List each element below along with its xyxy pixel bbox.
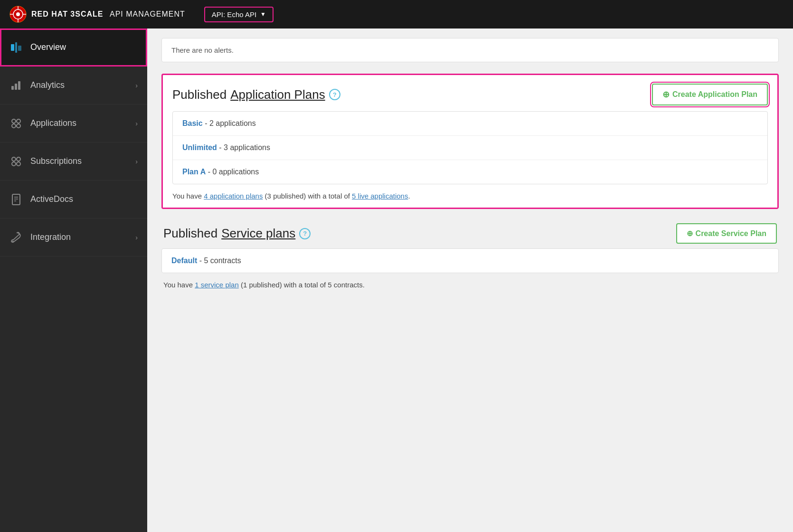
service-plans-title: Published Service plans ?	[163, 226, 311, 241]
bar-chart-icon	[9, 79, 23, 92]
plan-item-unlimited: Unlimited - 3 applications	[173, 136, 767, 160]
integration-chevron-icon: ›	[135, 234, 138, 241]
analytics-chevron-icon: ›	[135, 82, 138, 89]
footer-middle: (3 published) with a total of	[263, 192, 352, 200]
app-plans-header: Published Application Plans ? ⊕ Create A…	[163, 75, 777, 111]
apps-icon	[9, 117, 23, 130]
subscriptions-chevron-icon: ›	[135, 158, 138, 165]
svg-point-13	[12, 119, 16, 123]
create-app-plan-label: Create Application Plan	[672, 90, 757, 99]
svg-point-24	[17, 162, 20, 166]
app-plans-count-link[interactable]: 4 application plans	[204, 192, 263, 200]
service-plans-box: Default - 5 contracts	[161, 248, 779, 273]
doc-icon	[9, 193, 23, 206]
footer-suffix: .	[408, 192, 410, 200]
plan-default-link[interactable]: Default	[171, 256, 197, 265]
plan-unlimited-link[interactable]: Unlimited	[182, 143, 217, 152]
app-plans-footer: You have 4 application plans (3 publishe…	[163, 184, 777, 208]
service-footer-prefix: You have	[163, 281, 195, 289]
svg-point-2	[16, 12, 20, 16]
sidebar-item-integration[interactable]: Integration ›	[0, 218, 147, 256]
main-content: There are no alerts. Published Applicati…	[147, 28, 793, 532]
svg-rect-7	[11, 44, 14, 51]
sidebar-overview-label: Overview	[30, 42, 138, 52]
service-plan-count-link[interactable]: 1 service plan	[195, 281, 239, 289]
sidebar-item-activedocs[interactable]: ActiveDocs	[0, 180, 147, 218]
subscriptions-icon	[9, 155, 23, 168]
wrench-icon	[9, 231, 23, 244]
applications-chevron-icon: ›	[135, 120, 138, 127]
plan-unlimited-suffix: - 3 applications	[217, 143, 270, 152]
api-selector-button[interactable]: API: Echo API ▼	[204, 7, 274, 22]
service-plans-section: Published Service plans ? ⊕ Create Servi…	[161, 223, 779, 296]
alert-text: There are no alerts.	[171, 46, 234, 54]
app-plans-title-prefix: Published	[172, 87, 227, 102]
sidebar-item-overview[interactable]: Overview	[0, 28, 147, 66]
sidebar-integration-label: Integration	[30, 232, 135, 242]
service-plans-header: Published Service plans ? ⊕ Create Servi…	[161, 223, 779, 244]
top-header: RED HAT 3SCALE API MANAGEMENT API: Echo …	[0, 0, 793, 28]
plan-a-suffix: - 0 applications	[206, 168, 259, 176]
svg-point-21	[12, 157, 16, 161]
sidebar-item-applications[interactable]: Applications ›	[0, 104, 147, 142]
create-service-plan-button[interactable]: ⊕ Create Service Plan	[676, 223, 777, 244]
service-plans-help-icon[interactable]: ?	[299, 228, 311, 239]
service-plans-list: Default - 5 contracts	[162, 249, 778, 273]
plan-a-link[interactable]: Plan A	[182, 168, 206, 176]
svg-rect-11	[15, 84, 17, 90]
svg-point-22	[17, 157, 20, 161]
svg-rect-10	[11, 86, 14, 90]
app-plans-title-link[interactable]: Application Plans	[230, 87, 325, 102]
svg-point-15	[12, 124, 16, 128]
footer-prefix: You have	[172, 192, 204, 200]
service-footer-suffix: (1 published) with a total of 5 contract…	[239, 281, 365, 289]
brand-logo: RED HAT 3SCALE API MANAGEMENT	[9, 6, 185, 23]
service-plan-plus-icon: ⊕	[687, 229, 693, 238]
plus-icon: ⊕	[662, 89, 670, 100]
plan-basic-suffix: - 2 applications	[203, 119, 256, 127]
map-icon	[9, 41, 23, 54]
service-plans-footer: You have 1 service plan (1 published) wi…	[161, 273, 779, 296]
create-application-plan-button[interactable]: ⊕ Create Application Plan	[652, 84, 768, 105]
sidebar-applications-label: Applications	[30, 118, 135, 128]
create-service-plan-label: Create Service Plan	[696, 229, 766, 238]
svg-rect-25	[12, 194, 20, 205]
app-plans-section: Published Application Plans ? ⊕ Create A…	[161, 74, 779, 209]
sidebar-item-subscriptions[interactable]: Subscriptions ›	[0, 142, 147, 180]
redhat-logo-icon	[9, 6, 27, 23]
plan-basic-link[interactable]: Basic	[182, 119, 203, 127]
svg-rect-9	[18, 46, 21, 51]
chevron-down-icon: ▼	[260, 11, 266, 18]
app-plans-list: Basic - 2 applications Unlimited - 3 app…	[172, 111, 768, 184]
sidebar-subscriptions-label: Subscriptions	[30, 156, 135, 166]
app-plans-help-icon[interactable]: ?	[329, 89, 340, 100]
svg-rect-8	[15, 42, 17, 53]
svg-point-16	[17, 124, 20, 128]
svg-rect-12	[18, 81, 20, 90]
sidebar-activedocs-label: ActiveDocs	[30, 194, 138, 204]
plan-item-basic: Basic - 2 applications	[173, 112, 767, 136]
plan-item-plana: Plan A - 0 applications	[173, 160, 767, 184]
service-plans-prefix: Published	[163, 226, 217, 241]
page-layout: Overview Analytics ›	[0, 28, 793, 532]
sidebar-analytics-label: Analytics	[30, 80, 135, 90]
plan-item-default: Default - 5 contracts	[162, 249, 778, 273]
brand-name: RED HAT 3SCALE API MANAGEMENT	[31, 10, 185, 19]
plan-default-suffix: - 5 contracts	[197, 256, 241, 265]
sidebar-item-analytics[interactable]: Analytics ›	[0, 66, 147, 104]
api-selector-label: API: Echo API	[212, 10, 256, 19]
svg-point-14	[17, 119, 20, 123]
svg-point-23	[12, 162, 16, 166]
app-plans-title: Published Application Plans ?	[172, 87, 340, 102]
service-plans-title-link[interactable]: Service plans	[221, 226, 295, 241]
sidebar: Overview Analytics ›	[0, 28, 147, 532]
svg-point-29	[12, 240, 14, 242]
live-apps-link[interactable]: 5 live applications	[352, 192, 408, 200]
alert-box: There are no alerts.	[161, 38, 779, 62]
